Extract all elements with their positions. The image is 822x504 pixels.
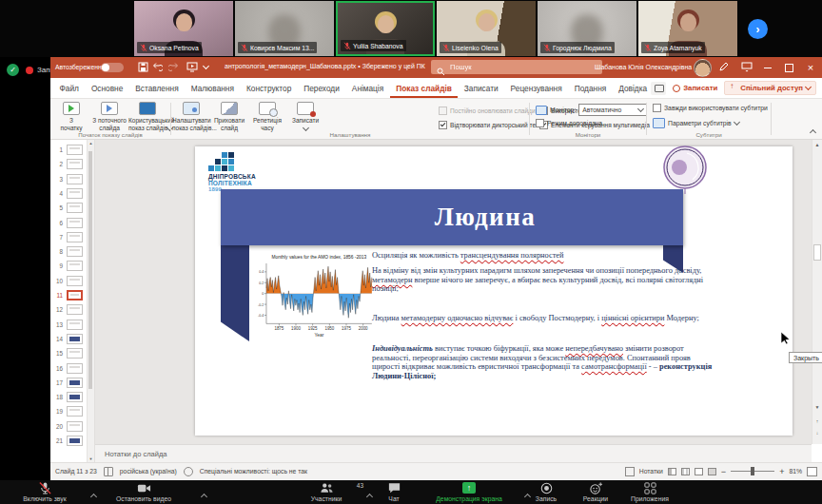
user-name[interactable]: Шабанова Юлія Олександрівна: [595, 64, 692, 70]
slide-thumbnail-13[interactable]: 13: [50, 318, 88, 332]
normal-view-icon[interactable]: [668, 468, 676, 475]
zoom-video-button[interactable]: Остановить видео: [91, 481, 196, 503]
ribbon-tab-7[interactable]: Анімація: [345, 78, 389, 98]
slide-thumbnail-12[interactable]: 12: [50, 302, 88, 317]
ribbon-tab-2[interactable]: Основне: [85, 78, 128, 98]
collapse-ribbon-icon[interactable]: [810, 129, 816, 136]
zoom-chat-button[interactable]: Чат: [375, 481, 413, 503]
thumbnail-preview[interactable]: [67, 261, 83, 271]
slide-thumbnail-17[interactable]: 17: [50, 376, 88, 390]
start-button-2[interactable]: З поточногослайда: [90, 101, 128, 132]
participant-tile-4[interactable]: Liseienko Olena: [437, 1, 536, 56]
always-captions-checkbox[interactable]: [653, 104, 661, 112]
thumbnail-preview[interactable]: [67, 406, 83, 417]
slide-thumbnail-15[interactable]: 15: [50, 346, 88, 360]
record-presentation-button[interactable]: Записати: [673, 84, 717, 92]
comments-icon[interactable]: [651, 82, 666, 95]
presenter-view-checkbox[interactable]: [536, 119, 544, 127]
checkbox-icon[interactable]: [439, 107, 447, 115]
slide[interactable]: ДНІПРОВСЬКА ПОЛІТЕХНІКА 1899 Людина: [195, 146, 793, 436]
setup-button-4[interactable]: Записати: [286, 101, 324, 132]
slide-thumbnail-9[interactable]: 9: [50, 259, 88, 273]
minimize-button[interactable]: [758, 57, 777, 78]
pen-icon[interactable]: [718, 62, 730, 73]
ribbon-tab-3[interactable]: Вставлення: [129, 78, 185, 98]
scrollbar-thumb[interactable]: [813, 244, 821, 261]
slide-title-banner[interactable]: Людина: [221, 189, 683, 245]
slide-thumbnail-20[interactable]: 20: [50, 419, 88, 434]
notes-toggle-label[interactable]: Нотатки: [639, 468, 663, 475]
autosave-toggle[interactable]: [101, 63, 124, 72]
slide-thumbnail-11[interactable]: 11: [50, 288, 88, 302]
thumbnail-preview[interactable]: [67, 320, 83, 330]
start-button-3[interactable]: Користувацькийпоказ слайдів: [128, 101, 166, 132]
thumbnail-scrollbar[interactable]: ▲ ▼: [87, 140, 94, 462]
thumbnail-preview[interactable]: [67, 174, 83, 184]
slide-thumbnail-7[interactable]: 7: [50, 230, 88, 244]
participant-tile-6[interactable]: Zoya Atamanyuk: [638, 1, 737, 56]
share-button[interactable]: Спільний доступ: [724, 81, 816, 95]
ribbon-options-icon[interactable]: [741, 62, 753, 73]
slide-thumbnail-3[interactable]: 3: [50, 172, 88, 186]
slide-thumbnail-10[interactable]: 10: [50, 274, 88, 288]
ribbon-tab-12[interactable]: Довідка: [613, 78, 654, 98]
chevron-up-icon[interactable]: [202, 486, 206, 503]
slide-thumbnail-5[interactable]: 5: [50, 201, 88, 215]
thumbnail-preview[interactable]: [67, 232, 83, 242]
thumbnail-preview[interactable]: [67, 290, 83, 300]
slide-thumbnail-16[interactable]: 16: [50, 361, 88, 376]
save-icon[interactable]: [138, 62, 149, 73]
security-check-icon[interactable]: ✓: [7, 64, 19, 76]
zoom-reactions-button[interactable]: Реакции: [573, 481, 618, 503]
participant-tile-5[interactable]: Городнюк Людмила: [538, 1, 636, 56]
scrollbar-thumb[interactable]: [88, 151, 92, 389]
reading-view-icon[interactable]: [695, 468, 703, 475]
ribbon-tab-10[interactable]: Рецензування: [504, 78, 568, 98]
thumbnail-preview[interactable]: [67, 348, 83, 359]
zoom-record-button[interactable]: Запись: [525, 481, 567, 503]
ribbon-tab-1[interactable]: Файл: [53, 78, 85, 98]
language-indicator[interactable]: російська (україна): [120, 468, 177, 475]
scroll-down-icon[interactable]: ▼: [812, 404, 822, 410]
thumbnail-preview[interactable]: [67, 421, 83, 432]
close-button[interactable]: ×: [801, 57, 820, 78]
accessibility-status[interactable]: Спеціальні можливості: щось не так: [200, 468, 307, 475]
ribbon-checkbox-1[interactable]: Постійно оновлювати слайди: [439, 104, 539, 118]
start-button-1[interactable]: Зпочатку: [52, 101, 90, 132]
zoom-participants-button[interactable]: 43Участники: [291, 481, 362, 503]
thumbnail-preview[interactable]: [67, 246, 83, 257]
thumbnail-preview[interactable]: [67, 145, 83, 155]
thumbnail-preview[interactable]: [67, 363, 83, 374]
thumbnail-preview[interactable]: [67, 436, 83, 446]
slide-thumbnail-19[interactable]: 19: [50, 404, 88, 418]
setup-button-3[interactable]: Репетиціячасу: [248, 101, 286, 132]
slideshow-icon[interactable]: [186, 62, 198, 73]
next-participants-button[interactable]: ›: [748, 19, 768, 39]
setup-button-1[interactable]: Налаштуватипоказ слайдів...: [172, 101, 210, 132]
zoom-apps-button[interactable]: Приложения: [622, 481, 677, 503]
caption-options-button[interactable]: Параметри субтитрів: [668, 120, 732, 126]
slide-thumbnail-4[interactable]: 4: [50, 186, 88, 201]
thumbnail-preview[interactable]: [67, 159, 83, 169]
scroll-up-icon[interactable]: ▲: [812, 142, 822, 147]
proofing-icon[interactable]: [104, 467, 113, 476]
ribbon-tab-8[interactable]: Показ слайдів: [390, 78, 459, 98]
slide-sorter-view-icon[interactable]: [681, 468, 690, 475]
document-scrollbar[interactable]: ▲ ▼ ↑ ↓: [812, 140, 822, 444]
participant-tile-2[interactable]: Ковирєв Максим 13...: [235, 1, 334, 56]
slide-thumbnail-1[interactable]: 1: [50, 143, 88, 157]
zoom-out-icon[interactable]: −: [721, 467, 726, 476]
thumbnail-preview[interactable]: [67, 378, 83, 388]
accessibility-icon[interactable]: [184, 467, 193, 476]
thumbnail-preview[interactable]: [67, 188, 83, 199]
slide-body-text[interactable]: Осциляція як можливість трансцендування …: [372, 251, 718, 380]
undo-icon[interactable]: [152, 62, 164, 73]
participant-tile-3[interactable]: Yuliia Shabanova: [336, 1, 435, 56]
slide-thumbnail-21[interactable]: 21: [50, 434, 88, 448]
checkbox-icon[interactable]: [439, 121, 447, 129]
slide-thumbnail-2[interactable]: 2: [50, 157, 88, 171]
slideshow-view-icon[interactable]: [708, 468, 716, 475]
quick-access-more-icon[interactable]: [203, 63, 209, 69]
setup-button-2[interactable]: Приховатислайд: [210, 101, 248, 132]
slide-thumbnail-6[interactable]: 6: [50, 216, 88, 230]
